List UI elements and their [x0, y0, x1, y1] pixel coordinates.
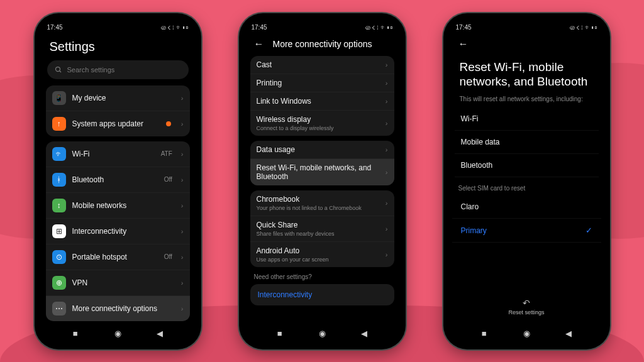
nav-home[interactable]: ◉ — [520, 329, 533, 338]
sim-label: Claro — [461, 202, 479, 211]
chevron-right-icon: › — [386, 146, 388, 153]
row-label: Mobile data — [461, 138, 592, 146]
nav-recent[interactable]: ■ — [69, 329, 82, 338]
status-time: 17:45 — [456, 24, 472, 31]
row-icon: ↕ — [52, 199, 66, 212]
option-row-chromebook[interactable]: ChromebookYour phone is not linked to a … — [250, 190, 394, 216]
chevron-right-icon: › — [386, 61, 388, 69]
row-value: Off — [164, 176, 172, 183]
row-label: More connectivity options — [72, 304, 175, 313]
row-subtitle: Connect to a display wirelessly — [257, 125, 379, 131]
row-icon: ⋯ — [52, 302, 66, 315]
back-button[interactable]: ← — [254, 38, 264, 50]
settings-row-vpn[interactable]: ⊕VPN› — [46, 270, 190, 296]
sim-option-primary[interactable]: Primary✓ — [452, 219, 601, 243]
settings-row-portable-hotspot[interactable]: ⊙Portable hotspotOff› — [46, 244, 190, 270]
option-row-cast[interactable]: Cast› — [250, 56, 394, 74]
row-icon: 📱 — [52, 91, 66, 105]
chevron-right-icon: › — [181, 253, 184, 261]
row-label: Wireless display — [257, 115, 379, 124]
settings-row-wi-fi[interactable]: ᯤWi-FiATF› — [46, 141, 190, 167]
row-value: ATF — [161, 150, 172, 157]
row-label: Chromebook — [257, 195, 379, 204]
row-icon: ↑ — [52, 117, 66, 131]
android-navbar: ■ ◉ ◀ — [40, 324, 196, 343]
status-icons: ⎚ ☾ ⋮ ᯤ ▮▯ — [161, 25, 188, 31]
row-value: Off — [164, 253, 172, 260]
row-label: Interconnectivity — [72, 227, 175, 236]
nav-back[interactable]: ◀ — [562, 329, 575, 338]
option-row-link-to-windows[interactable]: Link to Windows› — [250, 92, 394, 111]
settings-row-my-device[interactable]: 📱My device› — [46, 85, 190, 111]
sim-label: Primary — [461, 226, 487, 235]
option-row-printing[interactable]: Printing› — [250, 74, 394, 92]
settings-row-mobile-networks[interactable]: ↕Mobile networks› — [46, 193, 190, 219]
row-subtitle: Use apps on your car screen — [257, 256, 379, 263]
phone-2: 17:45 ⎚ ☾ ⋮ ᯤ ▮▯ ← More connectivity opt… — [239, 13, 406, 349]
row-label: Wi-Fi — [461, 114, 592, 123]
row-label: My device — [72, 94, 175, 102]
reset-settings-button[interactable]: ↶ Reset settings — [448, 298, 605, 315]
row-label: System apps updater — [72, 119, 160, 128]
option-row-android-auto[interactable]: Android AutoUse apps on your car screen› — [250, 242, 394, 267]
row-label: VPN — [72, 278, 175, 287]
nav-recent[interactable]: ■ — [274, 329, 286, 338]
search-icon — [55, 66, 62, 74]
phone-notch — [284, 19, 360, 33]
status-icons: ⎚ ☾ ⋮ ᯤ ▮▯ — [365, 25, 392, 31]
option-row-reset-wi-fi-mobile-networks-and-bluetooth[interactable]: Reset Wi-Fi, mobile networks, and Blueto… — [250, 159, 394, 185]
chevron-right-icon: › — [181, 150, 184, 158]
row-icon: ᚼ — [52, 173, 66, 187]
footer-caption: Need other settings? — [248, 272, 397, 284]
row-subtitle: Your phone is not linked to a Chromebook — [257, 205, 379, 211]
row-icon: ⊙ — [52, 250, 66, 264]
option-row-quick-share[interactable]: Quick ShareShare files with nearby devic… — [250, 216, 394, 242]
nav-home[interactable]: ◉ — [111, 329, 124, 338]
status-icons: ⎚ ☾ ⋮ ᯤ ▮▯ — [570, 25, 597, 31]
option-row-wireless-display[interactable]: Wireless displayConnect to a display wir… — [250, 111, 394, 136]
status-time: 17:45 — [252, 24, 267, 31]
android-navbar: ■ ◉ ◀ — [244, 324, 401, 343]
sim-option-claro[interactable]: Claro — [452, 195, 601, 219]
phone-row: 17:45 ⎚ ☾ ⋮ ᯤ ▮▯ Settings Search setting… — [0, 0, 644, 362]
android-navbar: ■ ◉ ◀ — [448, 324, 605, 343]
back-button[interactable]: ← — [458, 38, 469, 50]
row-label: Quick Share — [257, 221, 379, 229]
search-input[interactable]: Search settings — [47, 60, 189, 79]
row-label: Cast — [257, 60, 379, 69]
chevron-right-icon: › — [181, 94, 184, 102]
nav-recent[interactable]: ■ — [478, 329, 491, 338]
settings-row-system-apps-updater[interactable]: ↑System apps updater› — [46, 111, 190, 136]
chevron-right-icon: › — [386, 199, 388, 207]
reset-item-wi-fi: Wi-Fi — [455, 107, 599, 131]
row-label: Reset Wi-Fi, mobile networks, and Blueto… — [257, 163, 379, 181]
chevron-right-icon: › — [181, 228, 184, 235]
row-icon: ⊞ — [52, 224, 66, 238]
undo-icon: ↶ — [448, 298, 605, 308]
row-label: Printing — [257, 79, 379, 87]
chevron-right-icon: › — [181, 120, 184, 128]
nav-back[interactable]: ◀ — [358, 329, 370, 338]
page-description: This will reset all network settings, in… — [452, 96, 601, 107]
page-title: Reset Wi-Fi, mobile networks, and Blueto… — [452, 56, 601, 96]
row-label: Bluetooth — [461, 161, 592, 170]
phone-1: 17:45 ⎚ ☾ ⋮ ᯤ ▮▯ Settings Search setting… — [35, 13, 201, 349]
settings-row-more-connectivity-options[interactable]: ⋯More connectivity options› — [46, 296, 190, 321]
svg-point-0 — [55, 67, 60, 71]
nav-home[interactable]: ◉ — [316, 329, 328, 338]
chevron-right-icon: › — [386, 97, 388, 105]
row-icon: ᯤ — [52, 147, 66, 161]
chevron-right-icon: › — [181, 202, 184, 209]
chevron-right-icon: › — [386, 225, 388, 233]
interconnectivity-link[interactable]: Interconnectivity — [250, 284, 394, 305]
option-row-data-usage[interactable]: Data usage› — [250, 141, 394, 159]
row-label: Bluetooth — [72, 175, 158, 184]
settings-row-interconnectivity[interactable]: ⊞Interconnectivity› — [46, 219, 190, 244]
chevron-right-icon: › — [386, 79, 388, 87]
chevron-right-icon: › — [181, 176, 184, 184]
phone-notch — [489, 19, 564, 33]
row-label: Wi-Fi — [72, 150, 155, 158]
nav-back[interactable]: ◀ — [153, 329, 166, 338]
settings-row-bluetooth[interactable]: ᚼBluetoothOff› — [46, 167, 190, 193]
chevron-right-icon: › — [386, 168, 388, 176]
